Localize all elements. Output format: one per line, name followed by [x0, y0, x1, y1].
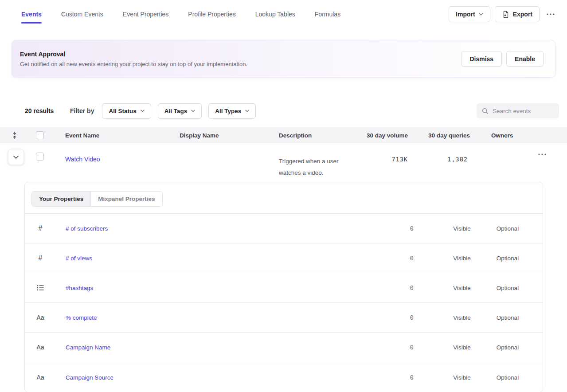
tags-filter-dropdown[interactable]: All Tags — [158, 103, 202, 119]
text-type-icon: Aa — [34, 344, 47, 351]
row-checkbox[interactable] — [36, 153, 44, 161]
table-header: Event Name Display Name Description 30 d… — [0, 127, 567, 143]
property-name-link[interactable]: # of views — [66, 255, 92, 262]
column-owners: Owners — [491, 132, 513, 139]
status-filter-label: All Status — [109, 108, 136, 114]
tab-custom-events[interactable]: Custom Events — [61, 11, 103, 18]
visibility-select[interactable]: Visible — [440, 225, 484, 232]
chevron-down-icon — [479, 13, 483, 16]
banner-description: Get notified on all new events entering … — [20, 61, 247, 67]
status-filter-dropdown[interactable]: All Status — [102, 103, 151, 119]
collapse-all-button[interactable] — [12, 132, 18, 139]
visibility-select[interactable]: Visible — [440, 314, 484, 321]
property-row: Aa Campaign Name 0 Visible Optional — [25, 333, 543, 362]
search-icon — [482, 108, 489, 114]
tab-event-properties[interactable]: Event Properties — [123, 11, 169, 18]
chevron-down-icon — [13, 156, 19, 159]
tab-profile-properties[interactable]: Profile Properties — [188, 11, 235, 18]
event-approval-banner: Event Approval Get notified on all new e… — [12, 40, 555, 78]
more-icon — [547, 13, 555, 15]
number-type-icon: # — [34, 224, 47, 232]
visibility-select[interactable]: Visible — [440, 285, 484, 291]
export-icon — [502, 11, 509, 18]
property-row: # # of subscribers 0 Visible Optional — [25, 214, 543, 243]
property-row: Aa Campaign Source 0 Visible Optional — [25, 362, 543, 392]
requirement-select[interactable]: Optional — [485, 285, 530, 291]
banner-title: Event Approval — [20, 51, 247, 58]
filter-bar: 20 results Filter by All Status All Tags… — [0, 103, 567, 119]
chevron-down-icon — [245, 110, 249, 112]
properties-tabs: Your Properties Mixpanel Properties — [31, 191, 163, 207]
tab-lookup-tables[interactable]: Lookup Tables — [255, 11, 295, 18]
property-row: Aa % complete 0 Visible Optional — [25, 303, 543, 333]
chevron-down-icon — [141, 110, 145, 112]
more-options-button[interactable] — [544, 10, 557, 19]
import-button[interactable]: Import — [449, 6, 490, 22]
event-name-link[interactable]: Watch Video — [65, 156, 100, 163]
lexicon-page: Events Custom Events Event Properties Pr… — [0, 0, 567, 392]
requirement-select[interactable]: Optional — [485, 255, 530, 262]
property-name-link[interactable]: #hashtags — [66, 285, 93, 291]
enable-button[interactable]: Enable — [506, 51, 544, 67]
visibility-select[interactable]: Visible — [440, 374, 484, 380]
visibility-select[interactable]: Visible — [440, 255, 484, 262]
properties-panel: Your Properties Mixpanel Properties # # … — [24, 182, 543, 392]
tags-filter-label: All Tags — [164, 108, 188, 114]
text-type-icon: Aa — [34, 314, 47, 321]
column-display-name: Display Name — [180, 132, 219, 139]
column-event-name: Event Name — [65, 132, 99, 139]
property-count: 0 — [325, 374, 414, 381]
types-filter-dropdown[interactable]: All Types — [208, 103, 256, 119]
search-input[interactable] — [493, 108, 554, 114]
column-description: Description — [279, 132, 312, 139]
visibility-select[interactable]: Visible — [440, 344, 484, 351]
property-name-link[interactable]: Campaign Source — [66, 374, 113, 380]
tab-mixpanel-properties[interactable]: Mixpanel Properties — [91, 192, 162, 206]
results-count: 20 results — [25, 107, 59, 114]
property-count: 0 — [325, 314, 414, 321]
banner-actions: Dismiss Enable — [461, 51, 544, 67]
import-button-label: Import — [456, 11, 475, 18]
banner-text: Event Approval Get notified on all new e… — [20, 51, 247, 67]
table-row: Watch Video Triggered when a user watche… — [0, 143, 567, 174]
more-icon — [538, 153, 546, 155]
list-type-icon — [34, 285, 47, 291]
event-volume: 713K — [341, 156, 408, 163]
properties-tabs-bar: Your Properties Mixpanel Properties — [25, 182, 543, 214]
column-30-day-queries: 30 day queries — [401, 132, 470, 139]
nav-tabs: Events Custom Events Event Properties Pr… — [21, 11, 340, 18]
property-row: #hashtags 0 Visible Optional — [25, 273, 543, 303]
event-queries: 1,382 — [401, 156, 468, 163]
property-name-link[interactable]: # of subscribers — [66, 225, 108, 232]
text-type-icon: Aa — [34, 374, 47, 381]
property-count: 0 — [325, 255, 414, 262]
requirement-select[interactable]: Optional — [485, 344, 530, 351]
property-count: 0 — [325, 284, 414, 291]
types-filter-label: All Types — [215, 108, 241, 114]
requirement-select[interactable]: Optional — [485, 374, 530, 380]
expand-row-button[interactable] — [8, 149, 24, 165]
tab-your-properties[interactable]: Your Properties — [32, 192, 91, 206]
row-actions-button[interactable] — [535, 150, 550, 159]
chevron-down-icon — [191, 110, 195, 112]
requirement-select[interactable]: Optional — [485, 314, 530, 321]
property-name-link[interactable]: % complete — [66, 314, 97, 321]
property-name-link[interactable]: Campaign Name — [66, 344, 110, 351]
column-30-day-volume: 30 day volume — [341, 132, 408, 139]
nav-actions: Import Export — [449, 6, 557, 22]
search-box — [477, 103, 559, 118]
dismiss-button[interactable]: Dismiss — [461, 51, 502, 67]
tab-events[interactable]: Events — [21, 11, 42, 18]
select-all-checkbox[interactable] — [36, 131, 44, 139]
tab-formulas[interactable]: Formulas — [315, 11, 340, 18]
property-count: 0 — [325, 225, 414, 232]
property-row: # # of views 0 Visible Optional — [25, 243, 543, 273]
export-button-label: Export — [513, 11, 532, 18]
export-button[interactable]: Export — [495, 6, 540, 22]
collapse-all-icon — [12, 132, 18, 139]
number-type-icon: # — [34, 254, 47, 262]
requirement-select[interactable]: Optional — [485, 225, 530, 232]
top-nav: Events Custom Events Event Properties Pr… — [0, 0, 567, 28]
filter-by-label: Filter by — [70, 107, 94, 114]
property-count: 0 — [325, 344, 414, 351]
